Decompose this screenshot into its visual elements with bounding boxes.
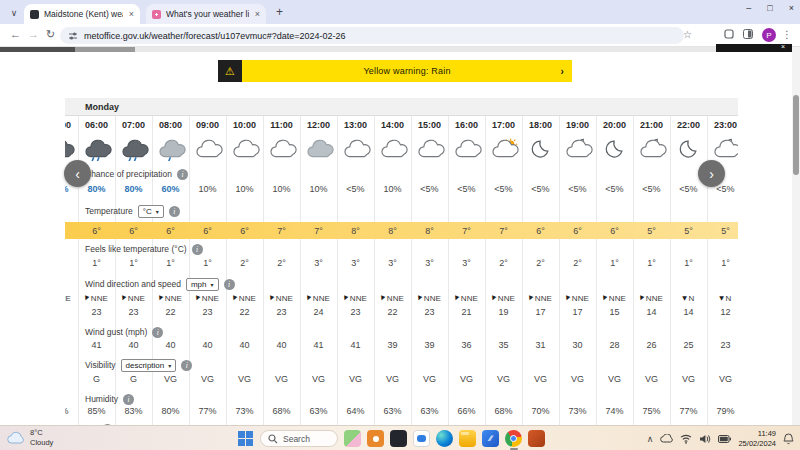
visibility-cell: G xyxy=(78,374,115,384)
volume-icon[interactable] xyxy=(699,434,711,444)
taskbar-clock[interactable]: 11:49 25/02/2024 xyxy=(738,429,776,449)
taskbar-search[interactable]: Search xyxy=(260,430,338,447)
wind-arrow-icon: ▶ xyxy=(490,295,498,302)
edge-app-icon[interactable] xyxy=(436,430,453,447)
wind-gust-cell: 26 xyxy=(633,340,670,350)
extension-icon[interactable] xyxy=(724,29,734,41)
minimize-icon[interactable]: – xyxy=(746,3,751,13)
url-text[interactable]: metoffice.gov.uk/weather/forecast/u107ev… xyxy=(84,31,346,41)
menu-icon[interactable]: ⋮ xyxy=(782,29,792,40)
tab-close-icon[interactable]: × xyxy=(129,9,134,19)
humidity-cell: 75% xyxy=(633,406,670,416)
feels-like-cell: 2° xyxy=(263,258,300,268)
tray-chevron-icon[interactable]: ∧ xyxy=(647,434,654,444)
tab-close-icon[interactable]: × xyxy=(255,9,260,19)
precipitation-cell: 80% xyxy=(115,184,152,194)
precipitation-cell: <5% xyxy=(522,184,559,194)
back-icon[interactable]: ← xyxy=(10,28,21,40)
whiteboard-app-icon[interactable]: ∕∕ xyxy=(482,430,499,447)
photos-app-icon[interactable] xyxy=(344,430,361,447)
new-tab-button[interactable]: + xyxy=(276,5,283,19)
time-cell: 06:00 xyxy=(78,120,115,130)
info-icon[interactable]: i xyxy=(169,206,180,217)
forward-icon[interactable]: → xyxy=(28,28,39,40)
humidity-cell: 63% xyxy=(300,406,337,416)
time-cell: 21:00 xyxy=(633,120,670,130)
site-info-icon[interactable] xyxy=(68,31,78,41)
onedrive-cloud-icon[interactable] xyxy=(660,434,673,443)
moon-cloud-icon xyxy=(637,138,667,161)
info-icon[interactable]: i xyxy=(123,394,134,405)
warning-label: Yellow warning: Rain xyxy=(363,66,450,76)
wind-gust-cell: 28 xyxy=(596,340,633,350)
profile-avatar[interactable]: P xyxy=(762,28,776,42)
info-icon[interactable]: i xyxy=(224,279,235,290)
humidity-cell: 73% xyxy=(226,406,263,416)
weather-icon-cell xyxy=(485,138,522,163)
weather-icon-cell xyxy=(226,138,263,163)
page-scrollbar[interactable] xyxy=(792,47,800,425)
weather-warning-banner[interactable]: ⚠ Yellow warning: Rain › xyxy=(218,60,572,82)
chrome-app-icon[interactable] xyxy=(505,430,522,447)
weather-icon-cell xyxy=(78,138,115,163)
split-screen-icon[interactable] xyxy=(743,29,753,41)
temperature-cell: 8° xyxy=(374,226,411,236)
chevron-down-icon: ▾ xyxy=(210,281,213,288)
visibility-unit-select[interactable]: description▾ xyxy=(121,359,177,372)
previous-hours-button[interactable]: ‹ xyxy=(64,160,91,187)
tab-title: What's your weather like FEBRU xyxy=(166,9,249,19)
cloud-white-icon xyxy=(193,138,223,161)
store-app-icon[interactable] xyxy=(367,430,384,447)
wind-gust-row: 41414040404040414139393635313028262523 xyxy=(65,340,738,350)
wind-cell: ▶NNE23 xyxy=(78,294,115,317)
next-hours-button[interactable]: › xyxy=(698,160,725,187)
visibility-cell: VG xyxy=(226,374,263,384)
visibility-cell: VG xyxy=(485,374,522,384)
tab-whats-your-weather[interactable]: What's your weather like FEBRU × xyxy=(146,4,266,24)
close-icon[interactable]: × xyxy=(789,3,794,13)
wind-gust-cell: 40 xyxy=(189,340,226,350)
moon-icon xyxy=(526,138,556,161)
temperature-unit-select[interactable]: °C▾ xyxy=(138,205,164,218)
battery-icon[interactable] xyxy=(718,435,731,443)
metoffice-favicon xyxy=(30,10,39,19)
chat-app-icon[interactable] xyxy=(413,430,430,447)
browser-window: { "browser": { "tabs": [ { "title": "Mai… xyxy=(0,0,800,450)
bookmark-star-icon[interactable]: ☆ xyxy=(683,29,692,40)
maximize-icon[interactable]: □ xyxy=(767,3,772,13)
reload-icon[interactable]: ↻ xyxy=(46,28,55,41)
wind-cell: ▶N14 xyxy=(670,294,707,317)
office-app-icon[interactable] xyxy=(528,430,545,447)
notification-bell-icon[interactable] xyxy=(783,433,794,445)
info-icon[interactable]: i xyxy=(192,244,203,255)
cloud-white-icon xyxy=(415,138,445,161)
tab-maidstone-weather[interactable]: Maidstone (Kent) weather - Me × xyxy=(24,4,140,24)
info-icon[interactable]: i xyxy=(181,360,192,371)
file-explorer-app-icon[interactable] xyxy=(459,430,476,447)
wind-cell: ▶NNE23 xyxy=(65,294,78,317)
precipitation-cell: 10% xyxy=(263,184,300,194)
wind-gust-cell: 39 xyxy=(374,340,411,350)
info-icon[interactable]: i xyxy=(152,327,163,338)
wind-gust-cell: 30 xyxy=(559,340,596,350)
feels-like-cell: 3° xyxy=(411,258,448,268)
time-cell: 08:00 xyxy=(152,120,189,130)
weather-icon-cell xyxy=(189,138,226,163)
wind-cell: ▶NNE15 xyxy=(596,294,633,317)
wifi-icon[interactable] xyxy=(680,434,692,444)
scrollbar-thumb[interactable] xyxy=(793,95,799,175)
wind-gust-cell: 36 xyxy=(448,340,485,350)
notebook-app-icon[interactable] xyxy=(390,430,407,447)
wind-cell: ▶NNE23 xyxy=(263,294,300,317)
windows-start-button[interactable] xyxy=(238,431,253,446)
moon-cloud-icon xyxy=(563,138,593,161)
address-bar[interactable]: metoffice.gov.uk/weather/forecast/u107ev… xyxy=(60,27,684,44)
wind-unit-select[interactable]: mph▾ xyxy=(186,278,219,291)
banner-close-icon[interactable]: × xyxy=(781,43,785,50)
info-icon[interactable]: i xyxy=(177,169,188,180)
tab-search-icon[interactable]: ∨ xyxy=(6,5,22,20)
weather-icon-cell xyxy=(448,138,485,163)
search-placeholder: Search xyxy=(283,434,310,444)
taskbar-weather-widget[interactable]: 8°CCloudy xyxy=(6,428,53,448)
wind-arrow-icon: ▶ xyxy=(120,295,128,302)
